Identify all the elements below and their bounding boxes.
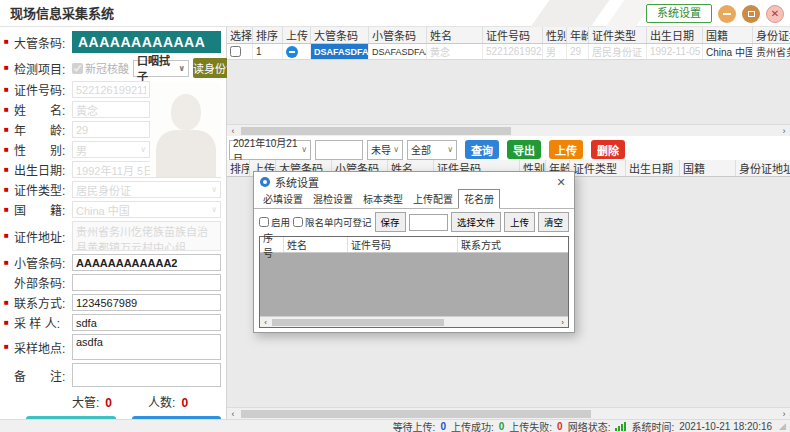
row-big-tube[interactable]: DSAFASDFAAAS — [311, 44, 369, 59]
column-header[interactable]: 证件类型 — [589, 27, 647, 43]
scrollbar-thumb[interactable] — [241, 410, 591, 418]
swab-type-select[interactable]: 口咽拭子 ∨ — [133, 60, 189, 77]
big-tube-count: 0 — [105, 396, 112, 410]
roster-file-path-input[interactable] — [409, 214, 448, 231]
column-header[interactable]: 身份证地址 — [736, 160, 790, 176]
column-header[interactable]: 姓名 — [284, 237, 348, 252]
scrollbar-thumb[interactable] — [272, 319, 444, 326]
column-header[interactable]: 身份证地址 — [753, 27, 790, 43]
column-header[interactable]: 证件号码 — [483, 27, 543, 43]
resize-grip[interactable]: ◢ — [779, 421, 786, 431]
column-header[interactable]: 姓名 — [427, 27, 483, 43]
required-marker: ■ — [4, 319, 14, 327]
scroll-right-icon[interactable]: › — [778, 408, 790, 419]
export-button[interactable]: 导出 — [507, 140, 541, 159]
column-header[interactable]: 选择 — [227, 27, 253, 43]
scroll-right-icon[interactable]: › — [778, 125, 790, 136]
column-header[interactable]: 联系方式 — [458, 237, 568, 252]
dialog-close-icon[interactable]: ✕ — [554, 176, 568, 189]
roster-table-header: 序号 姓名 证件号码 联系方式 — [260, 237, 568, 253]
close-button[interactable]: ✕ — [766, 5, 784, 23]
column-header[interactable]: 出生日期 — [647, 27, 703, 43]
roster-table-empty-body — [260, 253, 568, 316]
query-button[interactable]: 查询 — [465, 140, 499, 159]
required-marker: ■ — [4, 166, 14, 174]
toolbar-search-input[interactable] — [315, 140, 363, 160]
row-id-address: 贵州省务川仡 — [753, 44, 790, 59]
dialog-save-button[interactable]: 保存 — [375, 212, 406, 232]
sampling-site-field[interactable]: asdfa — [72, 334, 221, 360]
column-header[interactable]: 大管条码 — [311, 27, 369, 43]
column-header[interactable]: 出生日期 — [626, 160, 680, 176]
roster-controls: 启用 限名单内可登记 保存 选择文件 上传 清空 — [254, 209, 574, 235]
column-header[interactable]: 国籍 — [680, 160, 736, 176]
name-field — [72, 101, 150, 118]
column-header[interactable]: 排序 — [227, 160, 250, 176]
contact-field[interactable] — [72, 294, 221, 311]
column-header[interactable]: 排序 — [253, 27, 283, 43]
maximize-button[interactable] — [742, 5, 760, 23]
tab-specimen-type[interactable]: 标本类型 — [358, 190, 408, 208]
tab-upload-config[interactable]: 上传配置 — [408, 190, 458, 208]
decorative-stripe — [531, 0, 610, 27]
enable-checkbox-label: 启用 — [259, 215, 290, 229]
column-header[interactable]: 证件类型 — [570, 160, 626, 176]
column-header[interactable]: 序号 — [260, 237, 284, 252]
tab-roster[interactable]: 花名册 — [458, 189, 500, 209]
row-order: 1 — [253, 44, 283, 59]
table-row[interactable]: 1 DSAFASDFAAAS DSAFASDFAAAS1 黄念 52212619… — [227, 44, 790, 60]
scroll-right-icon[interactable]: › — [557, 317, 568, 327]
tab-required-settings[interactable]: 必填设置 — [258, 190, 308, 208]
nationality-select: China 中国 ∨ — [72, 201, 221, 218]
sampler-label: 采 样 人: — [14, 314, 72, 331]
scope-select[interactable]: 全部 ∨ — [407, 140, 457, 160]
dialog-upload-button[interactable]: 上传 — [504, 212, 535, 232]
column-header[interactable]: 性别 — [543, 27, 567, 43]
records-toolbar: 2021年10月21日 ∨ 未导 ∨ 全部 ∨ 查询 导出 上传 删除 — [229, 139, 625, 160]
dialog-title-bar[interactable]: 系统设置 ✕ — [254, 172, 574, 192]
entry-form-panel: ■ 大管条码: AAAAAAAAAAAA ■ 检测项目: 新冠核酸 口咽拭子 ∨… — [0, 27, 227, 419]
choose-file-button[interactable]: 选择文件 — [451, 212, 501, 232]
enable-checkbox[interactable] — [259, 217, 269, 227]
small-tube-field[interactable] — [72, 254, 221, 271]
minimize-button[interactable] — [718, 5, 736, 23]
date-select[interactable]: 2021年10月21日 ∨ — [229, 140, 311, 160]
dialog-tabs: 必填设置 混检设置 标本类型 上传配置 花名册 — [254, 192, 574, 209]
status-bar: 等待上传: 0 上传成功: 0 上传失败: 0 网络状态: 系统时间: 2021… — [0, 419, 790, 432]
upload-button[interactable]: 上传 — [549, 140, 583, 159]
upload-failed-label: 上传失败: — [509, 419, 552, 432]
grid2-horizontal-scrollbar[interactable]: ‹ › — [227, 407, 790, 419]
remark-field[interactable] — [72, 363, 221, 387]
scroll-left-icon[interactable]: ‹ — [260, 317, 271, 327]
network-status-label: 网络状态: — [568, 419, 611, 432]
required-marker: ■ — [4, 232, 14, 240]
column-header[interactable]: 小管条码 — [369, 27, 427, 43]
delete-button[interactable]: 删除 — [591, 140, 625, 159]
export-status-select[interactable]: 未导 ∨ — [367, 140, 403, 160]
sampler-field[interactable] — [72, 314, 221, 331]
system-settings-dialog: 系统设置 ✕ 必填设置 混检设置 标本类型 上传配置 花名册 启用 限名单内可登… — [253, 171, 575, 333]
column-header[interactable]: 上传 — [283, 27, 311, 43]
system-settings-button[interactable]: 系统设置 — [646, 4, 712, 23]
dialog-clear-button[interactable]: 清空 — [538, 212, 569, 232]
upload-success-count: 0 — [499, 421, 505, 432]
column-header[interactable]: 证件号码 — [348, 237, 458, 252]
column-header[interactable]: 国籍 — [703, 27, 753, 43]
dialog-title: 系统设置 — [275, 174, 554, 190]
restrict-roster-checkbox[interactable] — [293, 217, 303, 227]
column-header[interactable]: 年龄 — [567, 27, 589, 43]
chevron-down-icon: ∨ — [140, 145, 146, 154]
required-marker: ■ — [4, 126, 14, 134]
row-select-checkbox[interactable] — [230, 46, 241, 57]
external-barcode-field[interactable] — [72, 274, 221, 291]
current-batch-grid-header: 选择 排序 上传 大管条码 小管条码 姓名 证件号码 性别 年龄 证件类型 出生… — [227, 27, 790, 44]
birth-date-label: 出生日期: — [14, 161, 72, 178]
scroll-left-icon[interactable]: ‹ — [227, 408, 239, 419]
chevron-down-icon: ∨ — [393, 145, 399, 154]
roster-horizontal-scrollbar[interactable]: ‹ › — [260, 316, 568, 327]
big-tube-barcode-value[interactable]: AAAAAAAAAAAA — [72, 31, 221, 53]
upload-status-icon[interactable] — [286, 46, 298, 58]
people-count: 0 — [181, 396, 188, 410]
tab-mixed-test-settings[interactable]: 混检设置 — [308, 190, 358, 208]
grid1-horizontal-scrollbar[interactable]: ‹ › — [227, 124, 790, 136]
